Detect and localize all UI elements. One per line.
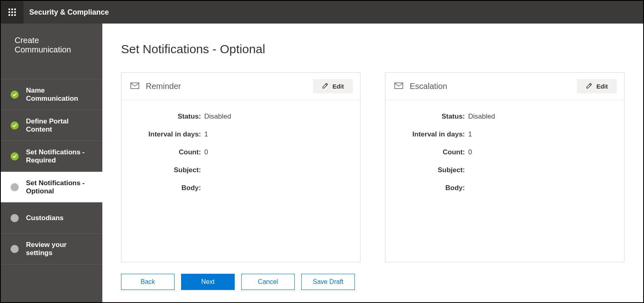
step-label: Set Notifications - Optional <box>26 179 93 195</box>
field-label: Interval in days: <box>134 130 201 139</box>
card-body: Status: Disabled Interval in days: 1 Cou… <box>385 100 624 262</box>
field-label: Count: <box>134 148 201 156</box>
edit-label: Edit <box>596 83 608 90</box>
check-icon <box>11 91 19 99</box>
field-value: 0 <box>204 148 208 156</box>
mail-icon <box>130 82 139 91</box>
field-body: Body: <box>398 184 612 192</box>
main-content: Set Notifications - Optional Reminder <box>102 24 643 302</box>
step-name-communication[interactable]: Name Communication <box>1 79 102 110</box>
step-custodians[interactable]: Custodians <box>1 203 102 234</box>
svg-rect-0 <box>131 83 139 89</box>
step-set-notifications-required[interactable]: Set Notifications - Required <box>1 141 102 172</box>
card-body: Status: Disabled Interval in days: 1 Cou… <box>121 100 360 262</box>
app-title: Security & Compliance <box>29 8 109 17</box>
check-icon <box>11 152 19 160</box>
field-interval: Interval in days: 1 <box>398 130 612 139</box>
card-header: Escalation Edit <box>385 73 624 100</box>
field-status: Status: Disabled <box>134 113 348 121</box>
step-label: Set Notifications - Required <box>26 148 93 164</box>
step-label: Custodians <box>26 214 64 222</box>
field-body: Body: <box>134 184 348 192</box>
field-label: Body: <box>134 184 201 192</box>
field-subject: Subject: <box>134 166 348 174</box>
next-button[interactable]: Next <box>181 274 235 290</box>
field-value: 1 <box>468 130 472 139</box>
field-label: Status: <box>398 113 465 121</box>
check-icon <box>11 121 19 130</box>
pencil-icon <box>586 82 592 90</box>
save-draft-button[interactable]: Save Draft <box>301 274 355 290</box>
field-value: Disabled <box>468 113 495 121</box>
circle-icon <box>11 245 19 253</box>
cancel-button[interactable]: Cancel <box>241 274 295 290</box>
mail-icon <box>394 82 403 91</box>
field-count: Count: 0 <box>398 148 612 156</box>
step-define-portal-content[interactable]: Define Portal Content <box>1 110 102 141</box>
card-title: Reminder <box>146 82 181 91</box>
page-title: Set Notifications - Optional <box>121 42 625 56</box>
waffle-icon <box>9 9 16 16</box>
sidebar-title: Create Communication <box>1 24 102 79</box>
top-bar: Security & Compliance <box>1 1 643 24</box>
field-status: Status: Disabled <box>398 113 612 121</box>
field-value: Disabled <box>204 113 231 121</box>
field-label: Subject: <box>398 166 465 174</box>
wizard-sidebar: Create Communication Name Communication … <box>1 24 102 302</box>
field-interval: Interval in days: 1 <box>134 130 348 139</box>
reminder-card: Reminder Edit Status: Disabled <box>121 72 361 262</box>
circle-icon <box>11 214 19 222</box>
field-value: 1 <box>204 130 208 139</box>
field-value: 0 <box>468 148 472 156</box>
escalation-card: Escalation Edit Status: Disabled <box>385 72 625 262</box>
step-review-settings[interactable]: Review your settings <box>1 234 102 264</box>
circle-icon <box>11 183 19 191</box>
card-header: Reminder Edit <box>121 73 360 100</box>
card-title: Escalation <box>410 82 447 91</box>
step-label: Name Communication <box>26 87 93 103</box>
field-label: Body: <box>398 184 465 192</box>
step-label: Define Portal Content <box>26 117 93 134</box>
step-label: Review your settings <box>26 241 93 257</box>
app-launcher-button[interactable] <box>1 1 24 24</box>
step-set-notifications-optional[interactable]: Set Notifications - Optional <box>1 172 102 203</box>
pencil-icon <box>322 82 328 90</box>
edit-escalation-button[interactable]: Edit <box>577 79 617 93</box>
back-button[interactable]: Back <box>121 274 175 290</box>
field-count: Count: 0 <box>134 148 348 156</box>
field-label: Interval in days: <box>398 130 465 139</box>
cards-row: Reminder Edit Status: Disabled <box>121 72 625 262</box>
wizard-footer: Back Next Cancel Save Draft <box>121 274 625 290</box>
svg-rect-1 <box>395 83 403 89</box>
field-subject: Subject: <box>398 166 612 174</box>
field-label: Status: <box>134 113 201 121</box>
field-label: Subject: <box>134 166 201 174</box>
field-label: Count: <box>398 148 465 156</box>
edit-label: Edit <box>333 83 344 90</box>
edit-reminder-button[interactable]: Edit <box>313 79 353 93</box>
